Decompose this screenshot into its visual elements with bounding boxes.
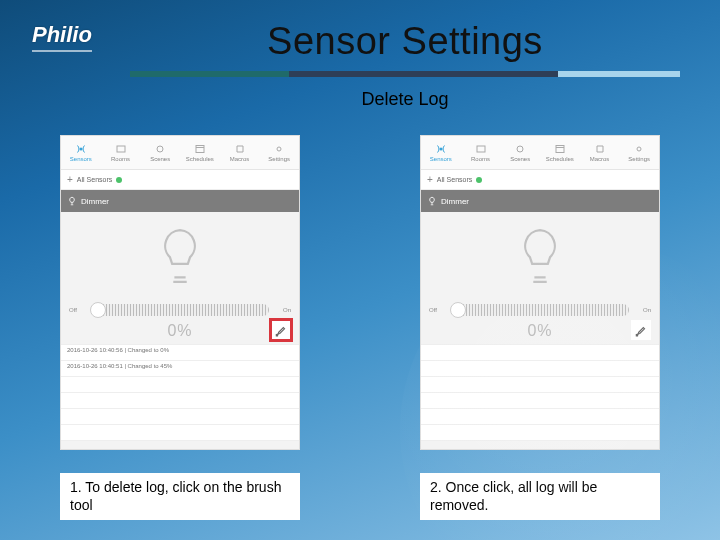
breadcrumb-text: All Sensors xyxy=(437,176,472,183)
gear-icon xyxy=(633,143,645,155)
brush-button[interactable] xyxy=(631,320,651,340)
slider-thumb[interactable] xyxy=(90,302,106,318)
svg-rect-3 xyxy=(196,146,204,153)
bulb-icon xyxy=(427,196,437,206)
screenshot-after: Sensors Rooms Scenes Schedules Macros Se… xyxy=(420,135,660,450)
antenna-icon xyxy=(435,143,447,155)
log-row xyxy=(421,393,659,409)
tab-label: Scenes xyxy=(150,156,170,162)
log-list: 2016-10-26 10:40:56 | Changed to 0% 2016… xyxy=(61,344,299,441)
logo: Philio xyxy=(32,22,92,52)
tab-label: Settings xyxy=(268,156,290,162)
add-icon[interactable]: + xyxy=(67,174,73,185)
percent-value: 0% xyxy=(527,322,552,340)
percent-row: 0% xyxy=(421,320,659,344)
brush-icon xyxy=(274,323,288,337)
brush-button[interactable] xyxy=(271,320,291,340)
log-row xyxy=(61,377,299,393)
title-rule xyxy=(130,71,680,77)
tab-label: Scenes xyxy=(510,156,530,162)
logo-text: Philio xyxy=(32,22,92,47)
tab-scenes[interactable]: Scenes xyxy=(500,136,540,169)
slider-off-label: Off xyxy=(429,307,447,313)
breadcrumb-text: All Sensors xyxy=(77,176,112,183)
tab-settings[interactable]: Settings xyxy=(259,136,299,169)
slider-thumb[interactable] xyxy=(450,302,466,318)
tab-schedules[interactable]: Schedules xyxy=(180,136,220,169)
log-row xyxy=(421,361,659,377)
gear-icon xyxy=(273,143,285,155)
rooms-icon xyxy=(475,143,487,155)
tab-label: Schedules xyxy=(546,156,574,162)
slider-off-label: Off xyxy=(69,307,87,313)
add-icon[interactable]: + xyxy=(427,174,433,185)
slide: Philio Sensor Settings Delete Log Sensor… xyxy=(0,0,720,540)
tab-sensors[interactable]: Sensors xyxy=(421,136,461,169)
brush-icon xyxy=(634,323,648,337)
caption-row: 1. To delete log, click on the brush too… xyxy=(60,473,660,520)
slider-track[interactable] xyxy=(451,304,629,316)
page-title: Sensor Settings xyxy=(130,20,680,63)
svg-point-8 xyxy=(517,146,523,152)
slider-on-label: On xyxy=(633,307,651,313)
svg-rect-1 xyxy=(117,146,125,152)
tab-label: Rooms xyxy=(471,156,490,162)
tab-label: Macros xyxy=(590,156,610,162)
log-row xyxy=(421,345,659,361)
caption-2: 2. Once click, all log will be removed. xyxy=(420,473,660,520)
breadcrumb[interactable]: + All Sensors xyxy=(421,170,659,190)
tab-schedules[interactable]: Schedules xyxy=(540,136,580,169)
page-subtitle: Delete Log xyxy=(130,89,680,110)
screenshots-row: Sensors Rooms Scenes Schedules Macros Se… xyxy=(60,135,660,450)
slider-track[interactable] xyxy=(91,304,269,316)
device-name: Dimmer xyxy=(81,197,109,206)
macros-icon xyxy=(594,143,606,155)
log-row xyxy=(61,409,299,425)
svg-point-11 xyxy=(637,147,641,151)
device-header[interactable]: Dimmer xyxy=(61,190,299,212)
tab-scenes[interactable]: Scenes xyxy=(140,136,180,169)
tab-rooms[interactable]: Rooms xyxy=(461,136,501,169)
log-row xyxy=(61,425,299,441)
antenna-icon xyxy=(75,143,87,155)
log-row xyxy=(421,409,659,425)
tab-label: Macros xyxy=(230,156,250,162)
status-dot xyxy=(116,177,122,183)
device-illustration xyxy=(61,212,299,300)
breadcrumb[interactable]: + All Sensors xyxy=(61,170,299,190)
tab-macros[interactable]: Macros xyxy=(580,136,620,169)
calendar-icon xyxy=(554,143,566,155)
log-row: 2016-10-26 10:40:51 | Changed to 45% xyxy=(61,361,299,377)
svg-rect-7 xyxy=(477,146,485,152)
screenshot-before: Sensors Rooms Scenes Schedules Macros Se… xyxy=(60,135,300,450)
dimmer-slider[interactable]: Off On xyxy=(61,300,299,320)
logo-underline xyxy=(32,50,92,52)
tab-sensors[interactable]: Sensors xyxy=(61,136,101,169)
percent-row: 0% xyxy=(61,320,299,344)
app-tabbar: Sensors Rooms Scenes Schedules Macros Se… xyxy=(421,136,659,170)
log-row xyxy=(421,377,659,393)
device-illustration xyxy=(421,212,659,300)
log-list xyxy=(421,344,659,441)
bulb-icon xyxy=(67,196,77,206)
log-row xyxy=(61,393,299,409)
tab-label: Rooms xyxy=(111,156,130,162)
scenes-icon xyxy=(514,143,526,155)
lightbulb-icon xyxy=(157,228,203,284)
svg-rect-9 xyxy=(556,146,564,153)
calendar-icon xyxy=(194,143,206,155)
tab-settings[interactable]: Settings xyxy=(619,136,659,169)
caption-1: 1. To delete log, click on the brush too… xyxy=(60,473,300,520)
device-header[interactable]: Dimmer xyxy=(421,190,659,212)
device-name: Dimmer xyxy=(441,197,469,206)
tab-rooms[interactable]: Rooms xyxy=(101,136,141,169)
percent-value: 0% xyxy=(167,322,192,340)
log-row xyxy=(421,425,659,441)
svg-point-5 xyxy=(277,147,281,151)
dimmer-slider[interactable]: Off On xyxy=(421,300,659,320)
rooms-icon xyxy=(115,143,127,155)
lightbulb-icon xyxy=(517,228,563,284)
tab-macros[interactable]: Macros xyxy=(220,136,260,169)
svg-point-2 xyxy=(157,146,163,152)
svg-point-6 xyxy=(439,148,442,151)
